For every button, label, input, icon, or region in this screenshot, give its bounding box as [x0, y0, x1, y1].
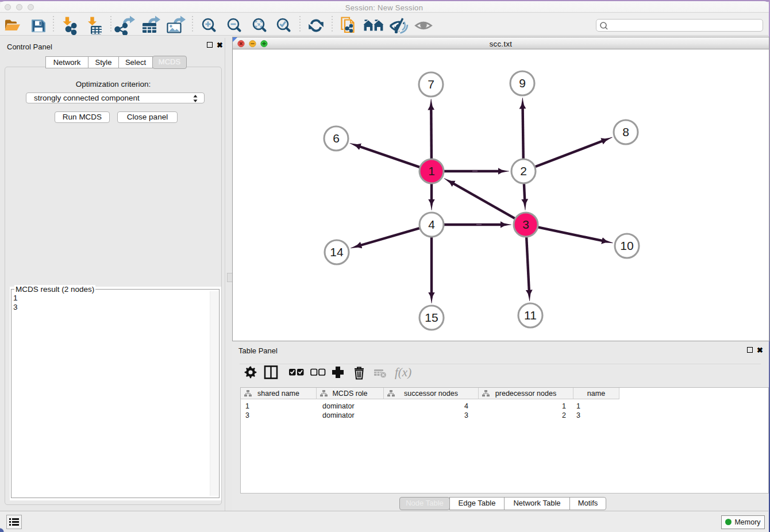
svg-text:6: 6: [333, 132, 340, 145]
svg-text:4: 4: [428, 218, 435, 231]
svg-text:1: 1: [428, 164, 435, 178]
svg-text:2: 2: [520, 164, 527, 178]
svg-text:10: 10: [620, 239, 633, 252]
svg-text:f(x): f(x): [395, 365, 411, 379]
svg-text:9: 9: [519, 76, 526, 90]
svg-text:15: 15: [425, 311, 438, 324]
svg-text:11: 11: [524, 309, 537, 322]
svg-text:14: 14: [330, 245, 344, 259]
svg-text:8: 8: [622, 125, 629, 138]
svg-text:3: 3: [522, 218, 529, 231]
svg-text:7: 7: [428, 78, 434, 91]
